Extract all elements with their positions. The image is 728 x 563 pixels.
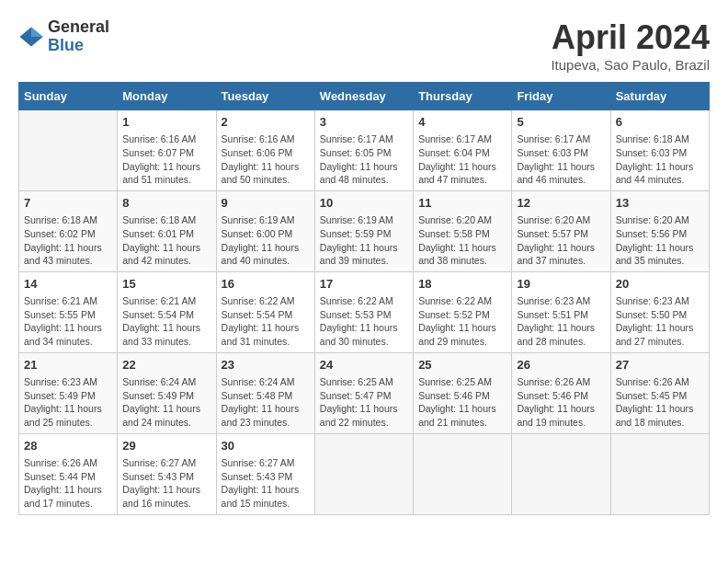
weekday-header-sunday: Sunday	[19, 83, 118, 110]
day-number: 5	[517, 114, 605, 131]
calendar-week-row: 28Sunrise: 6:26 AMSunset: 5:44 PMDayligh…	[19, 433, 710, 514]
day-number: 11	[418, 195, 506, 212]
calendar-cell: 20Sunrise: 6:23 AMSunset: 5:50 PMDayligh…	[610, 271, 709, 352]
day-number: 14	[24, 276, 112, 293]
day-info: Sunrise: 6:23 AMSunset: 5:50 PMDaylight:…	[616, 294, 704, 349]
calendar-cell: 29Sunrise: 6:27 AMSunset: 5:43 PMDayligh…	[118, 433, 216, 514]
day-info: Sunrise: 6:16 AMSunset: 6:07 PMDaylight:…	[122, 132, 210, 187]
day-info: Sunrise: 6:27 AMSunset: 5:43 PMDaylight:…	[222, 456, 310, 511]
day-info: Sunrise: 6:17 AMSunset: 6:05 PMDaylight:…	[320, 132, 408, 187]
day-info: Sunrise: 6:26 AMSunset: 5:44 PMDaylight:…	[24, 456, 112, 511]
day-number: 6	[616, 114, 704, 131]
calendar-cell: 15Sunrise: 6:21 AMSunset: 5:54 PMDayligh…	[118, 271, 216, 352]
weekday-header-saturday: Saturday	[610, 83, 709, 110]
day-number: 18	[418, 276, 506, 293]
day-number: 15	[122, 276, 210, 293]
logo: General Blue	[18, 18, 109, 55]
day-info: Sunrise: 6:26 AMSunset: 5:45 PMDaylight:…	[616, 375, 704, 430]
day-info: Sunrise: 6:25 AMSunset: 5:47 PMDaylight:…	[320, 375, 408, 430]
day-number: 8	[122, 195, 210, 212]
day-number: 22	[122, 357, 210, 373]
day-number: 29	[122, 438, 210, 454]
calendar-cell	[414, 433, 512, 514]
weekday-header-friday: Friday	[512, 83, 610, 110]
calendar-cell: 6Sunrise: 6:18 AMSunset: 6:03 PMDaylight…	[610, 110, 709, 191]
day-info: Sunrise: 6:26 AMSunset: 5:46 PMDaylight:…	[517, 375, 605, 430]
title-block: April 2024 Itupeva, Sao Paulo, Brazil	[551, 18, 710, 73]
calendar-cell: 25Sunrise: 6:25 AMSunset: 5:46 PMDayligh…	[414, 352, 512, 433]
calendar-week-row: 14Sunrise: 6:21 AMSunset: 5:55 PMDayligh…	[19, 271, 710, 352]
day-info: Sunrise: 6:21 AMSunset: 5:55 PMDaylight:…	[24, 294, 112, 349]
weekday-header-monday: Monday	[118, 83, 216, 110]
day-info: Sunrise: 6:24 AMSunset: 5:49 PMDaylight:…	[122, 375, 210, 430]
calendar-cell: 22Sunrise: 6:24 AMSunset: 5:49 PMDayligh…	[118, 352, 216, 433]
weekday-header-thursday: Thursday	[414, 83, 512, 110]
calendar-cell: 4Sunrise: 6:17 AMSunset: 6:04 PMDaylight…	[414, 110, 512, 191]
day-number: 23	[222, 357, 310, 373]
day-info: Sunrise: 6:27 AMSunset: 5:43 PMDaylight:…	[122, 456, 210, 511]
calendar-cell: 3Sunrise: 6:17 AMSunset: 6:05 PMDaylight…	[314, 110, 413, 191]
day-info: Sunrise: 6:19 AMSunset: 6:00 PMDaylight:…	[222, 213, 310, 268]
day-info: Sunrise: 6:23 AMSunset: 5:49 PMDaylight:…	[24, 375, 112, 430]
day-number: 4	[418, 114, 506, 131]
location: Itupeva, Sao Paulo, Brazil	[551, 57, 710, 73]
day-number: 27	[616, 357, 704, 373]
calendar-cell: 8Sunrise: 6:18 AMSunset: 6:01 PMDaylight…	[118, 190, 216, 271]
calendar-cell: 9Sunrise: 6:19 AMSunset: 6:00 PMDaylight…	[216, 190, 314, 271]
day-info: Sunrise: 6:20 AMSunset: 5:56 PMDaylight:…	[616, 213, 704, 268]
page-header: General Blue April 2024 Itupeva, Sao Pau…	[18, 18, 710, 73]
day-number: 28	[24, 438, 112, 454]
day-info: Sunrise: 6:22 AMSunset: 5:54 PMDaylight:…	[222, 294, 310, 349]
day-number: 21	[24, 357, 112, 373]
day-info: Sunrise: 6:22 AMSunset: 5:52 PMDaylight:…	[418, 294, 506, 349]
day-number: 10	[320, 195, 408, 212]
day-number: 25	[418, 357, 506, 373]
calendar-table: SundayMondayTuesdayWednesdayThursdayFrid…	[18, 82, 710, 515]
day-info: Sunrise: 6:17 AMSunset: 6:04 PMDaylight:…	[418, 132, 506, 187]
day-info: Sunrise: 6:17 AMSunset: 6:03 PMDaylight:…	[517, 132, 605, 187]
day-info: Sunrise: 6:20 AMSunset: 5:57 PMDaylight:…	[517, 213, 605, 268]
calendar-cell: 19Sunrise: 6:23 AMSunset: 5:51 PMDayligh…	[512, 271, 610, 352]
calendar-cell: 10Sunrise: 6:19 AMSunset: 5:59 PMDayligh…	[314, 190, 413, 271]
calendar-week-row: 1Sunrise: 6:16 AMSunset: 6:07 PMDaylight…	[19, 110, 710, 191]
day-number: 9	[222, 195, 310, 212]
day-number: 24	[320, 357, 408, 373]
calendar-cell: 27Sunrise: 6:26 AMSunset: 5:45 PMDayligh…	[610, 352, 709, 433]
day-number: 1	[122, 114, 210, 131]
day-number: 26	[517, 357, 605, 373]
calendar-cell: 13Sunrise: 6:20 AMSunset: 5:56 PMDayligh…	[610, 190, 709, 271]
calendar-cell: 7Sunrise: 6:18 AMSunset: 6:02 PMDaylight…	[19, 190, 118, 271]
calendar-cell	[610, 433, 709, 514]
day-number: 16	[222, 276, 310, 293]
month-title: April 2024	[551, 18, 710, 57]
day-info: Sunrise: 6:24 AMSunset: 5:48 PMDaylight:…	[222, 375, 310, 430]
calendar-cell: 1Sunrise: 6:16 AMSunset: 6:07 PMDaylight…	[118, 110, 216, 191]
day-number: 7	[24, 195, 112, 212]
calendar-cell: 24Sunrise: 6:25 AMSunset: 5:47 PMDayligh…	[314, 352, 413, 433]
day-info: Sunrise: 6:22 AMSunset: 5:53 PMDaylight:…	[320, 294, 408, 349]
day-number: 13	[616, 195, 704, 212]
weekday-header-wednesday: Wednesday	[314, 83, 413, 110]
day-number: 30	[222, 438, 310, 454]
calendar-cell: 23Sunrise: 6:24 AMSunset: 5:48 PMDayligh…	[216, 352, 314, 433]
logo-general: General	[48, 18, 109, 37]
day-number: 3	[320, 114, 408, 131]
day-info: Sunrise: 6:25 AMSunset: 5:46 PMDaylight:…	[418, 375, 506, 430]
calendar-cell: 17Sunrise: 6:22 AMSunset: 5:53 PMDayligh…	[314, 271, 413, 352]
calendar-cell: 11Sunrise: 6:20 AMSunset: 5:58 PMDayligh…	[414, 190, 512, 271]
calendar-cell: 5Sunrise: 6:17 AMSunset: 6:03 PMDaylight…	[512, 110, 610, 191]
day-number: 12	[517, 195, 605, 212]
calendar-cell: 12Sunrise: 6:20 AMSunset: 5:57 PMDayligh…	[512, 190, 610, 271]
calendar-cell	[512, 433, 610, 514]
logo-blue: Blue	[48, 37, 109, 55]
calendar-week-row: 7Sunrise: 6:18 AMSunset: 6:02 PMDaylight…	[19, 190, 710, 271]
day-number: 19	[517, 276, 605, 293]
logo-text: General Blue	[48, 18, 109, 55]
day-info: Sunrise: 6:16 AMSunset: 6:06 PMDaylight:…	[222, 132, 310, 187]
day-info: Sunrise: 6:18 AMSunset: 6:02 PMDaylight:…	[24, 213, 112, 268]
day-info: Sunrise: 6:21 AMSunset: 5:54 PMDaylight:…	[122, 294, 210, 349]
day-info: Sunrise: 6:18 AMSunset: 6:01 PMDaylight:…	[122, 213, 210, 268]
weekday-header-tuesday: Tuesday	[216, 83, 314, 110]
logo-icon	[18, 24, 44, 50]
calendar-cell: 21Sunrise: 6:23 AMSunset: 5:49 PMDayligh…	[19, 352, 118, 433]
